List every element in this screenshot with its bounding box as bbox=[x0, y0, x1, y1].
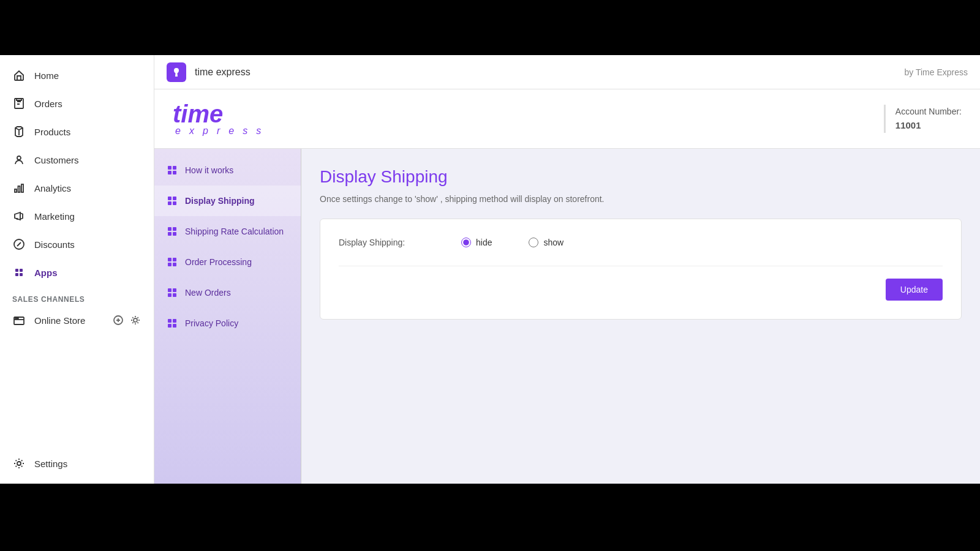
settings-channel-icon[interactable] bbox=[129, 314, 141, 326]
sub-sidebar-privacy-policy-label: Privacy Policy bbox=[185, 318, 238, 328]
logo-time: time bbox=[173, 102, 264, 126]
sidebar-item-settings-label: Settings bbox=[34, 459, 67, 469]
svg-rect-4 bbox=[21, 184, 23, 192]
svg-point-1 bbox=[17, 156, 21, 160]
app-name-label: time express bbox=[195, 67, 251, 78]
sub-sidebar: How it works Display Shipping Shipping R… bbox=[154, 149, 301, 484]
sub-sidebar-shipping-rate-label: Shipping Rate Calculation bbox=[185, 227, 284, 236]
sub-sidebar-display-shipping-label: Display Shipping bbox=[185, 196, 255, 206]
sidebar-item-marketing[interactable]: Marketing bbox=[0, 202, 154, 230]
customers-icon bbox=[12, 153, 26, 167]
content-area: time express by Time Express time e x p … bbox=[154, 55, 980, 484]
sidebar-item-analytics-label: Analytics bbox=[34, 183, 71, 193]
sub-sidebar-new-orders-label: New Orders bbox=[185, 288, 231, 298]
sidebar-item-settings[interactable]: Settings bbox=[0, 449, 154, 478]
svg-rect-3 bbox=[18, 186, 20, 192]
apps-icon bbox=[12, 266, 26, 279]
sidebar-item-online-store: Online Store bbox=[0, 307, 154, 333]
sidebar-item-analytics[interactable]: Analytics bbox=[0, 174, 154, 202]
app-top-nav: time express by Time Express bbox=[154, 55, 980, 89]
app-header: time e x p r e s s Account Number: 11001 bbox=[154, 89, 980, 149]
sub-grid-icon-3 bbox=[167, 226, 178, 237]
radio-show-option[interactable]: show bbox=[529, 238, 564, 247]
sub-sidebar-item-new-orders[interactable]: New Orders bbox=[154, 277, 301, 308]
sub-grid-icon-1 bbox=[167, 165, 178, 176]
display-shipping-row: Display Shipping: hide show bbox=[339, 238, 943, 247]
account-number-box: Account Number: 11001 bbox=[884, 105, 962, 133]
sidebar-item-orders[interactable]: Orders bbox=[0, 89, 154, 118]
logo-express: e x p r e s s bbox=[173, 126, 264, 136]
sidebar-item-discounts[interactable]: Discounts bbox=[0, 230, 154, 258]
svg-rect-2 bbox=[15, 189, 17, 192]
sidebar-item-marketing-label: Marketing bbox=[34, 211, 75, 222]
svg-point-7 bbox=[15, 318, 17, 319]
sub-grid-icon-5 bbox=[167, 287, 178, 298]
online-store-label: Online Store bbox=[34, 315, 85, 326]
sidebar-item-products-label: Products bbox=[34, 127, 70, 137]
sidebar-item-customers-label: Customers bbox=[34, 155, 79, 165]
radio-hide-option[interactable]: hide bbox=[461, 238, 492, 247]
sub-grid-icon-6 bbox=[167, 318, 178, 329]
app-logo-pin bbox=[167, 62, 186, 82]
sub-sidebar-item-shipping-rate[interactable]: Shipping Rate Calculation bbox=[154, 216, 301, 247]
sub-sidebar-how-it-works-label: How it works bbox=[185, 165, 233, 175]
radio-group: hide show bbox=[461, 238, 564, 247]
settings-card: Display Shipping: hide show bbox=[320, 219, 962, 320]
sales-channels-label: SALES CHANNELS bbox=[0, 287, 154, 307]
sidebar-item-customers[interactable]: Customers bbox=[0, 146, 154, 174]
left-sidebar: Home Orders Products bbox=[0, 55, 154, 484]
display-shipping-field-label: Display Shipping: bbox=[339, 238, 437, 247]
radio-show-input[interactable] bbox=[529, 238, 538, 247]
sub-sidebar-order-processing-label: Order Processing bbox=[185, 257, 252, 267]
sub-layout: How it works Display Shipping Shipping R… bbox=[154, 149, 980, 484]
page-description: Once settings change to 'show' , shippin… bbox=[320, 194, 962, 204]
account-number: 11001 bbox=[895, 118, 962, 133]
sub-sidebar-item-display-shipping[interactable]: Display Shipping bbox=[154, 186, 301, 216]
sidebar-item-home-label: Home bbox=[34, 70, 59, 81]
sub-sidebar-item-how-it-works[interactable]: How it works bbox=[154, 155, 301, 186]
radio-hide-input[interactable] bbox=[461, 238, 471, 247]
update-button[interactable]: Update bbox=[886, 279, 943, 301]
update-row: Update bbox=[339, 266, 943, 301]
svg-point-11 bbox=[17, 462, 21, 465]
main-panel: Display Shipping Once settings change to… bbox=[301, 149, 980, 484]
svg-point-10 bbox=[134, 318, 137, 322]
sidebar-item-products[interactable]: Products bbox=[0, 118, 154, 146]
online-store-icon bbox=[12, 313, 26, 327]
settings-icon bbox=[12, 457, 26, 470]
radio-show-label: show bbox=[543, 238, 564, 247]
account-label: Account Number: bbox=[895, 105, 962, 118]
home-icon bbox=[12, 69, 26, 82]
radio-hide-label: hide bbox=[476, 238, 492, 247]
products-icon bbox=[12, 125, 26, 138]
sidebar-item-apps[interactable]: Apps bbox=[0, 258, 154, 287]
analytics-icon bbox=[12, 181, 26, 195]
app-by-label: by Time Express bbox=[905, 67, 968, 77]
sub-grid-icon-4 bbox=[167, 257, 178, 268]
orders-icon bbox=[12, 97, 26, 110]
discounts-icon bbox=[12, 238, 26, 251]
sidebar-item-apps-label: Apps bbox=[34, 268, 58, 278]
svg-point-8 bbox=[17, 318, 18, 319]
page-title: Display Shipping bbox=[320, 167, 962, 187]
sub-grid-icon-2 bbox=[167, 195, 178, 206]
sidebar-item-discounts-label: Discounts bbox=[34, 239, 75, 250]
marketing-icon bbox=[12, 209, 26, 223]
add-channel-icon[interactable] bbox=[112, 314, 124, 326]
sub-sidebar-item-privacy-policy[interactable]: Privacy Policy bbox=[154, 308, 301, 339]
sidebar-item-home[interactable]: Home bbox=[0, 61, 154, 89]
sidebar-item-orders-label: Orders bbox=[34, 99, 62, 109]
sub-sidebar-item-order-processing[interactable]: Order Processing bbox=[154, 247, 301, 277]
time-express-logo: time e x p r e s s bbox=[173, 102, 264, 136]
